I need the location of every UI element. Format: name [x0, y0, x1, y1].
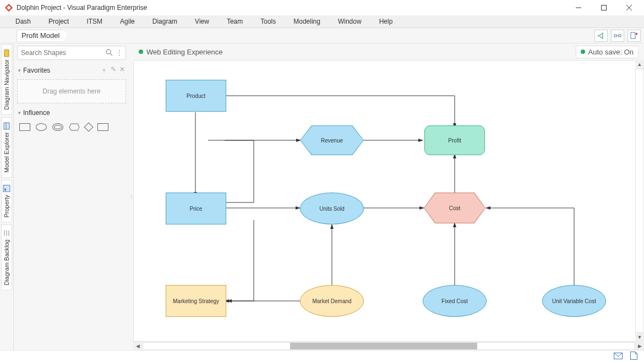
menu-modeling[interactable]: Modeling	[285, 18, 329, 25]
side-tab-label: Model Explorer	[3, 132, 10, 173]
node-price[interactable]: Price	[166, 193, 226, 224]
splitter[interactable]: ⋮	[129, 43, 133, 350]
collapse-icon: ▾	[18, 68, 21, 73]
side-tab-label: Diagram Backlog	[3, 239, 10, 286]
shape-palette	[17, 119, 126, 135]
side-tab-label: Diagram Navigator	[3, 59, 10, 110]
minimize-button[interactable]	[566, 0, 591, 15]
menu-diagram[interactable]: Diagram	[144, 18, 186, 25]
svg-rect-7	[619, 35, 621, 37]
window-title: Dolphin Project - Visual Paradigm Enterp…	[17, 4, 566, 12]
add-icon[interactable]: ＋	[101, 65, 107, 75]
panel-icon[interactable]	[627, 30, 641, 42]
more-icon[interactable]: ⋮	[116, 49, 123, 57]
node-profit[interactable]: Profit	[424, 125, 485, 155]
side-tabs: Diagram Navigator Model Explorer Propert…	[0, 43, 14, 350]
shape-rect2-icon[interactable]	[97, 123, 108, 131]
favorites-dropzone[interactable]: Drag elements here	[17, 79, 126, 103]
side-tab-property[interactable]: Property	[1, 180, 12, 223]
scroll-thumb[interactable]	[290, 343, 477, 349]
node-units-sold[interactable]: Units Sold	[300, 193, 364, 224]
svg-marker-21	[69, 124, 79, 130]
horizontal-scrollbar[interactable]: ◀ ▶	[133, 342, 644, 350]
shapes-sidebar: ⋮ ▾ Favorites ＋ ✎ ✕ Drag elements here ▾…	[14, 43, 129, 350]
status-dot-icon	[581, 50, 585, 54]
menu-project[interactable]: Project	[40, 18, 78, 25]
vertical-scrollbar[interactable]: ▲ ▼	[635, 60, 644, 342]
svg-rect-9	[631, 32, 635, 39]
scroll-left-icon[interactable]: ◀	[133, 342, 142, 350]
canvas-area: Web Editing Experience Auto save: On	[133, 43, 644, 350]
svg-rect-12	[4, 123, 9, 129]
scroll-track[interactable]	[142, 342, 635, 350]
property-icon	[3, 185, 10, 193]
explorer-icon	[3, 122, 10, 130]
canvas-status-row: Web Editing Experience Auto save: On	[133, 43, 644, 60]
breadcrumb[interactable]: Profit Model	[17, 30, 68, 42]
svg-point-19	[106, 50, 111, 54]
close-button[interactable]	[616, 0, 642, 15]
svg-rect-3	[602, 6, 607, 10]
app-logo-icon	[4, 3, 13, 12]
layout-icon[interactable]	[611, 30, 624, 42]
side-tab-model-explorer[interactable]: Model Explorer	[1, 117, 12, 178]
node-cost[interactable]: Cost	[424, 193, 485, 223]
search-shapes[interactable]: ⋮	[17, 46, 126, 60]
scroll-right-icon[interactable]: ▶	[635, 342, 644, 350]
close-icon[interactable]: ✕	[119, 65, 125, 75]
node-market-demand[interactable]: Market Demand	[300, 285, 364, 317]
shape-diamond-icon[interactable]	[84, 123, 94, 132]
svg-rect-6	[614, 35, 616, 37]
node-product[interactable]: Product	[166, 80, 226, 112]
backlog-icon	[3, 229, 10, 237]
node-label: Cost	[424, 193, 485, 223]
status-text: Auto save: On	[588, 48, 634, 56]
side-tab-diagram-navigator[interactable]: Diagram Navigator	[1, 45, 12, 115]
scroll-track[interactable]	[635, 69, 644, 333]
web-editing-status[interactable]: Web Editing Experience	[139, 48, 223, 56]
shape-rectangle-icon[interactable]	[19, 123, 30, 131]
autosave-status[interactable]: Auto save: On	[576, 46, 638, 58]
edit-icon[interactable]: ✎	[111, 65, 116, 75]
svg-rect-14	[3, 185, 10, 192]
navigator-icon	[3, 50, 10, 57]
announce-icon[interactable]	[594, 30, 608, 42]
shape-hexagon-icon[interactable]	[69, 123, 80, 131]
node-marketing-strategy[interactable]: Marketing Strategy	[166, 285, 226, 317]
scroll-up-icon[interactable]: ▲	[635, 60, 644, 69]
menu-team[interactable]: Team	[218, 18, 252, 25]
status-text: Web Editing Experience	[146, 48, 223, 56]
toolbar: Profit Model	[0, 28, 644, 43]
shape-ellipse-icon[interactable]	[36, 123, 47, 131]
favorites-header[interactable]: ▾ Favorites ＋ ✎ ✕	[17, 60, 126, 77]
menu-dash[interactable]: Dash	[7, 18, 40, 25]
influence-header[interactable]: ▾ Influence	[17, 103, 126, 119]
node-unit-variable-cost[interactable]: Unit Variable Cost	[542, 285, 606, 317]
status-dot-icon	[139, 50, 143, 54]
collapse-icon: ▾	[18, 110, 21, 116]
note-icon[interactable]	[630, 352, 637, 361]
search-icon[interactable]	[105, 48, 113, 58]
side-tab-diagram-backlog[interactable]: Diagram Backlog	[1, 224, 12, 290]
menu-help[interactable]: Help	[370, 18, 402, 25]
mail-icon[interactable]	[614, 353, 623, 361]
menu-agile[interactable]: Agile	[111, 18, 144, 25]
panel-title: Favorites	[23, 67, 50, 74]
svg-rect-10	[636, 33, 637, 35]
menu-bar: Dash Project ITSM Agile Diagram View Tea…	[0, 15, 644, 28]
diagram-canvas[interactable]: Product Profit Revenue Price Units Sold …	[133, 60, 643, 342]
search-input[interactable]	[21, 49, 103, 57]
maximize-button[interactable]	[591, 0, 616, 15]
node-revenue[interactable]: Revenue	[300, 125, 364, 155]
menu-window[interactable]: Window	[329, 18, 370, 25]
svg-line-20	[110, 53, 112, 56]
menu-view[interactable]: View	[186, 18, 218, 25]
menu-itsm[interactable]: ITSM	[78, 18, 111, 25]
svg-rect-15	[4, 189, 6, 191]
scroll-down-icon[interactable]: ▼	[635, 333, 644, 342]
main-area: Diagram Navigator Model Explorer Propert…	[0, 43, 644, 350]
side-tab-label: Property	[3, 195, 10, 218]
menu-tools[interactable]: Tools	[252, 18, 285, 25]
node-fixed-cost[interactable]: Fixed Cost	[423, 285, 487, 317]
shape-double-ellipse-icon[interactable]	[52, 123, 63, 131]
